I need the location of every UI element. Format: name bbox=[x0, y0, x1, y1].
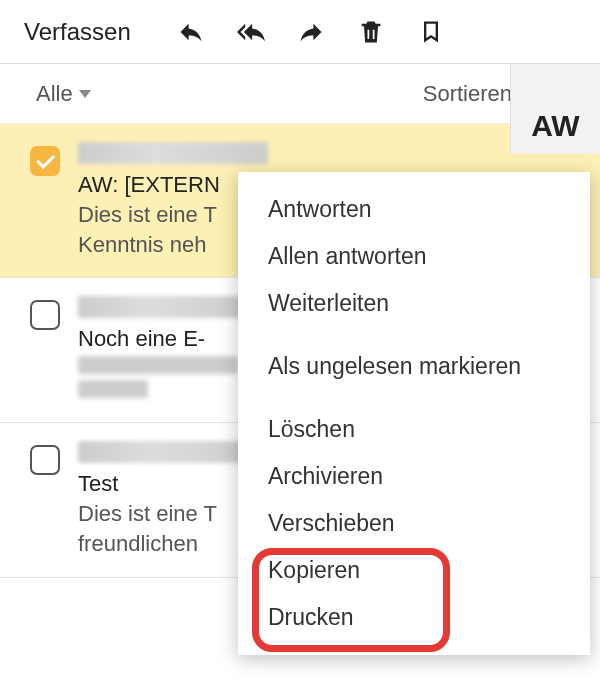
sender-blurred bbox=[78, 296, 253, 318]
caret-down-icon bbox=[79, 90, 91, 98]
sender-blurred bbox=[78, 441, 263, 463]
message-checkbox[interactable] bbox=[30, 445, 60, 475]
bookmark-icon[interactable] bbox=[403, 8, 459, 56]
sort-label: Sortieren bbox=[423, 81, 512, 107]
ctx-reply-all[interactable]: Allen antworten bbox=[238, 233, 590, 280]
forward-icon[interactable] bbox=[283, 8, 339, 56]
ctx-move[interactable]: Verschieben bbox=[238, 500, 590, 547]
reply-icon[interactable] bbox=[163, 8, 219, 56]
ctx-print[interactable]: Drucken bbox=[238, 594, 590, 641]
ctx-separator bbox=[238, 327, 590, 343]
reply-all-icon[interactable] bbox=[223, 8, 279, 56]
filter-all-label: Alle bbox=[36, 81, 73, 107]
ctx-copy[interactable]: Kopieren bbox=[238, 547, 590, 594]
main-toolbar: Verfassen bbox=[0, 0, 600, 64]
ctx-archive[interactable]: Archivieren bbox=[238, 453, 590, 500]
ctx-forward[interactable]: Weiterleiten bbox=[238, 280, 590, 327]
ctx-reply[interactable]: Antworten bbox=[238, 186, 590, 233]
context-menu: Antworten Allen antworten Weiterleiten A… bbox=[238, 172, 590, 655]
ctx-mark-unread[interactable]: Als ungelesen markieren bbox=[238, 343, 590, 390]
message-checkbox[interactable] bbox=[30, 300, 60, 330]
sender-blurred bbox=[78, 142, 268, 164]
ctx-delete[interactable]: Löschen bbox=[238, 406, 590, 453]
message-checkbox[interactable] bbox=[30, 146, 60, 176]
ctx-separator bbox=[238, 390, 590, 406]
trash-icon[interactable] bbox=[343, 8, 399, 56]
preview-pane-header: AW bbox=[510, 64, 600, 154]
filter-all-button[interactable]: Alle bbox=[36, 81, 91, 107]
compose-button[interactable]: Verfassen bbox=[8, 10, 147, 54]
